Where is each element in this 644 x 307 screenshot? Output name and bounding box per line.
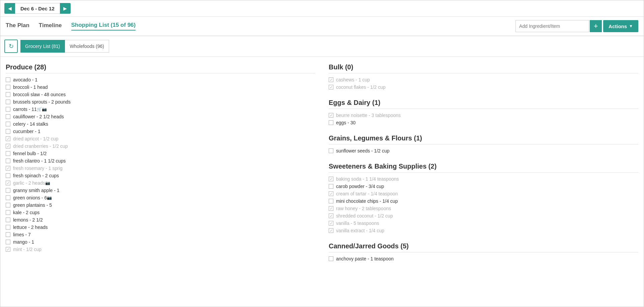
prev-week-button[interactable]: ◀	[4, 3, 15, 14]
add-ingredient-input[interactable]	[515, 20, 589, 32]
tab-timeline[interactable]: Timeline	[39, 22, 62, 30]
list-item: fennel bulb - 1/2	[6, 150, 315, 157]
item-checkbox[interactable]	[6, 151, 10, 156]
section-title-4: Canned/Jarred Goods (5)	[329, 242, 638, 252]
camera-icon: 📷	[42, 107, 47, 112]
item-checkbox[interactable]	[6, 136, 10, 141]
item-checkbox[interactable]	[329, 199, 333, 203]
item-text: dried cranberries - 1/2 cup	[13, 143, 68, 149]
refresh-button[interactable]: ↻	[4, 40, 18, 53]
item-checkbox[interactable]	[6, 240, 10, 244]
tab-the-plan[interactable]: The Plan	[6, 22, 29, 30]
item-checkbox[interactable]	[6, 144, 10, 148]
add-ingredient-button[interactable]: +	[590, 20, 602, 32]
list-item: carrots - 11🛒📷	[6, 106, 315, 113]
actions-button[interactable]: Actions ▼	[603, 20, 638, 32]
item-checkbox[interactable]	[329, 148, 333, 153]
sub-tab-wholefoods[interactable]: Wholefoods (96)	[65, 40, 109, 53]
item-text: celery - 14 stalks	[13, 121, 48, 127]
item-checkbox[interactable]	[6, 195, 10, 200]
item-text: green plantains - 5	[13, 202, 52, 208]
list-item: carob powder - 3/4 cup	[329, 183, 638, 190]
item-checkbox[interactable]	[6, 77, 10, 82]
item-text: limes - 7	[13, 232, 31, 237]
item-checkbox[interactable]	[329, 191, 333, 196]
next-week-button[interactable]: ▶	[60, 3, 71, 14]
item-checkbox[interactable]	[329, 177, 333, 181]
item-text: fresh cilantro - 1 1/2 cups	[13, 158, 66, 164]
list-item: celery - 14 stalks	[6, 120, 315, 128]
list-item: fresh cilantro - 1 1/2 cups	[6, 157, 315, 165]
item-text: fresh spinach - 2 cups	[13, 173, 59, 178]
item-checkbox[interactable]	[6, 114, 10, 119]
item-checkbox[interactable]	[6, 210, 10, 215]
item-checkbox[interactable]	[6, 203, 10, 207]
item-checkbox[interactable]	[6, 232, 10, 237]
list-item: dried apricot - 1/2 cup	[6, 135, 315, 142]
item-checkbox[interactable]	[6, 166, 10, 171]
item-checkbox[interactable]	[6, 100, 10, 104]
section-title-3: Sweeteners & Baking Supplies (2)	[329, 163, 638, 173]
item-checkbox[interactable]	[329, 85, 333, 89]
item-checkbox[interactable]	[329, 77, 333, 82]
list-item: mango - 1	[6, 238, 315, 246]
item-checkbox[interactable]	[6, 107, 10, 112]
item-text: sunflower seeds - 1/2 cup	[336, 148, 390, 154]
section-3: Sweeteners & Baking Supplies (2)baking s…	[329, 163, 638, 234]
list-item: baking soda - 1 1/4 teaspoons	[329, 175, 638, 183]
item-text: fennel bulb - 1/2	[13, 151, 47, 156]
item-checkbox[interactable]	[6, 122, 10, 126]
item-text: anchovy paste - 1 teaspoon	[336, 256, 394, 261]
item-checkbox[interactable]	[329, 228, 333, 233]
section-list-3: baking soda - 1 1/4 teaspoonscarob powde…	[329, 175, 638, 234]
camera-icon: 📷	[45, 181, 50, 185]
item-checkbox[interactable]	[6, 247, 10, 252]
item-checkbox[interactable]	[329, 184, 333, 189]
item-text: eggs - 30	[336, 120, 355, 125]
item-checkbox[interactable]	[329, 256, 333, 261]
item-checkbox[interactable]	[6, 188, 10, 193]
list-item: vanilla - 5 teaspoons	[329, 220, 638, 227]
section-list-1: beurre noisette - 3 tablespoonseggs - 30	[329, 112, 638, 126]
item-checkbox[interactable]	[329, 213, 333, 218]
section-list-4: anchovy paste - 1 teaspoon	[329, 255, 638, 262]
sub-tab-bar: ↻ Grocery List (81) Wholefoods (96)	[0, 36, 644, 57]
sub-tab-grocery-list[interactable]: Grocery List (81)	[20, 40, 65, 53]
item-checkbox[interactable]	[329, 113, 333, 118]
item-text: lemons - 2 1/2	[13, 217, 43, 223]
list-item: shredded coconut - 1/2 cup	[329, 212, 638, 220]
item-text: mint - 1/2 cup	[13, 247, 42, 252]
produce-section-title: Produce (28)	[6, 63, 315, 73]
item-text: coconut flakes - 1/2 cup	[336, 84, 386, 90]
item-checkbox[interactable]	[6, 173, 10, 178]
item-checkbox[interactable]	[6, 159, 10, 163]
section-2: Grains, Legumes & Flours (1)sunflower se…	[329, 134, 638, 155]
tab-shopping-list[interactable]: Shopping List (15 of 96)	[71, 22, 136, 30]
item-text: dried apricot - 1/2 cup	[13, 136, 58, 141]
list-item: limes - 7	[6, 231, 315, 238]
item-checkbox[interactable]	[6, 181, 10, 185]
column-right: Bulk (0)cashews - 1 cupcoconut flakes - …	[329, 63, 638, 300]
list-item: sunflower seeds - 1/2 cup	[329, 147, 638, 155]
item-checkbox[interactable]	[6, 218, 10, 222]
list-item: anchovy paste - 1 teaspoon	[329, 255, 638, 262]
cart-icon: 🛒	[37, 107, 42, 112]
item-checkbox[interactable]	[6, 92, 10, 97]
item-text: garlic - 2 heads	[13, 180, 45, 186]
item-checkbox[interactable]	[329, 221, 333, 226]
section-title-0: Bulk (0)	[329, 63, 638, 73]
item-text: kale - 2 cups	[13, 210, 39, 215]
item-checkbox[interactable]	[6, 225, 10, 230]
section-0: Bulk (0)cashews - 1 cupcoconut flakes - …	[329, 63, 638, 91]
item-checkbox[interactable]	[329, 120, 333, 125]
item-checkbox[interactable]	[6, 129, 10, 134]
item-text: mango - 1	[13, 239, 34, 245]
section-title-2: Grains, Legumes & Flours (1)	[329, 134, 638, 144]
item-checkbox[interactable]	[329, 206, 333, 211]
list-item: mini chocolate chips - 1/4 cup	[329, 197, 638, 205]
list-item: cashews - 1 cup	[329, 76, 638, 83]
item-text: fresh rosemary - 1 sprig	[13, 166, 63, 171]
item-text: green onions - 6	[13, 195, 47, 200]
item-checkbox[interactable]	[6, 85, 10, 89]
section-list-0: cashews - 1 cupcoconut flakes - 1/2 cup	[329, 76, 638, 91]
